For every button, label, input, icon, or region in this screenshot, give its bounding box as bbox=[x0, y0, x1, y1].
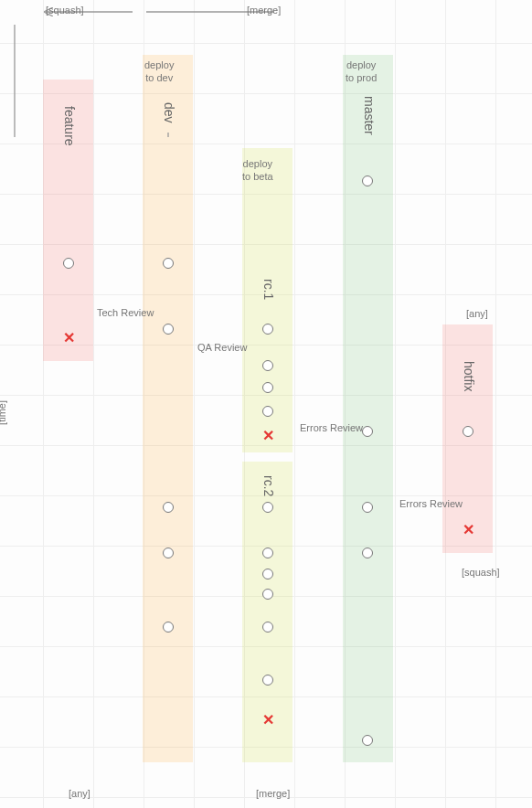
review-errors1: Errors Review bbox=[300, 422, 363, 433]
branch-label-rc2: rc.2 bbox=[261, 475, 276, 496]
axis-label-any-side: [any] bbox=[466, 308, 488, 319]
commit-node bbox=[262, 360, 273, 371]
commit-node bbox=[163, 548, 174, 558]
text: rc.2 bbox=[261, 475, 276, 496]
text: [merge] bbox=[256, 788, 290, 799]
commit-node bbox=[362, 548, 373, 558]
lane-master bbox=[343, 55, 393, 762]
deploy-label-beta: deployto beta bbox=[242, 157, 273, 184]
text: deployto prod bbox=[346, 59, 377, 83]
text: [any] bbox=[69, 788, 90, 799]
commit-node bbox=[262, 589, 273, 600]
text: [merge] bbox=[247, 5, 281, 16]
commit-node bbox=[262, 502, 273, 513]
review-tech: Tech Review bbox=[97, 307, 154, 318]
lane-hotfix bbox=[442, 324, 493, 553]
text: Errors Review bbox=[399, 498, 463, 509]
commit-node bbox=[163, 502, 174, 513]
text: deployto beta bbox=[242, 158, 273, 182]
commit-node bbox=[262, 622, 273, 633]
commit-node bbox=[163, 258, 174, 269]
branch-end-icon: ✕ bbox=[63, 329, 75, 346]
commit-node bbox=[262, 406, 273, 417]
commit-node bbox=[362, 735, 373, 746]
branch-end-icon: ✕ bbox=[463, 521, 474, 538]
text: master bbox=[362, 96, 377, 135]
commit-node bbox=[362, 502, 373, 513]
branch-end-icon: ✕ bbox=[262, 711, 274, 728]
text: [squash] bbox=[46, 5, 84, 16]
review-errors2: Errors Review bbox=[399, 498, 463, 509]
text: [time] bbox=[0, 400, 7, 425]
axis-label-squash-side: [squash] bbox=[462, 567, 500, 578]
connectors bbox=[0, 0, 274, 137]
text: rc.1 bbox=[261, 279, 276, 300]
deploy-label-prod: deployto prod bbox=[346, 58, 377, 85]
axis-label-merge-top: [merge] bbox=[247, 5, 281, 16]
lane-dev bbox=[143, 55, 193, 762]
text: QA Review bbox=[197, 342, 247, 353]
commit-node bbox=[362, 426, 373, 437]
text: hotfix bbox=[462, 361, 476, 391]
axis-label-any-bottom: [any] bbox=[69, 788, 90, 799]
commit-node bbox=[262, 324, 273, 335]
text: [squash] bbox=[462, 567, 500, 578]
commit-node bbox=[262, 569, 273, 579]
branch-end-icon: ✕ bbox=[262, 427, 274, 444]
commit-node bbox=[463, 426, 473, 437]
commit-node bbox=[262, 675, 273, 686]
branch-label-rc1: rc.1 bbox=[261, 279, 276, 300]
commit-node bbox=[262, 382, 273, 393]
text: [any] bbox=[466, 308, 488, 319]
axis-label-squash-top: [squash] bbox=[46, 5, 84, 16]
commit-node bbox=[163, 622, 174, 633]
axis-label-time: [time] bbox=[0, 400, 7, 425]
branch-label-hotfix: hotfix bbox=[462, 361, 476, 391]
text: Tech Review bbox=[97, 307, 154, 318]
branch-label-master: master bbox=[362, 96, 377, 135]
git-flow-diagram: deployto dev deployto beta deployto prod… bbox=[0, 0, 532, 808]
commit-node bbox=[63, 258, 74, 269]
commit-node bbox=[163, 324, 174, 335]
commit-node bbox=[362, 175, 373, 186]
text: Errors Review bbox=[300, 422, 363, 433]
review-qa: QA Review bbox=[197, 342, 247, 353]
axis-label-merge-bottom: [merge] bbox=[256, 788, 290, 799]
commit-node bbox=[262, 548, 273, 558]
